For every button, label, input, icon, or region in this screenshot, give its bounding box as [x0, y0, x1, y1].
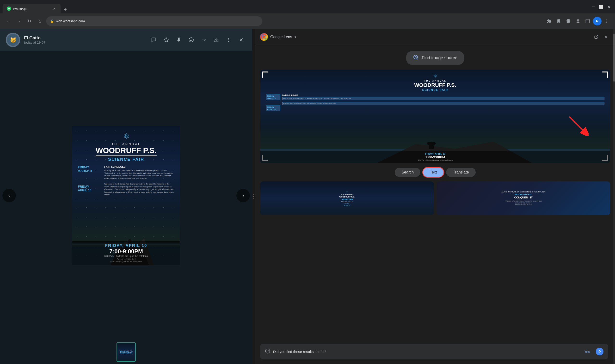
the-annual-text: THE ANNUAL	[111, 142, 141, 146]
svg-point-4	[606, 21, 607, 21]
text-tab[interactable]: Text	[422, 167, 444, 178]
scrollbar[interactable]	[613, 29, 615, 364]
preview-dates: FRIDAYMARCH 8 FRIDAYAPRIL 10	[266, 94, 280, 111]
menu-icon[interactable]	[602, 17, 611, 26]
divider-dot	[253, 194, 254, 195]
lens-corner-tl	[262, 72, 268, 78]
active-tab[interactable]: WhatsApp ✕	[3, 4, 61, 13]
sidebar-icon[interactable]	[583, 17, 592, 26]
shields-icon[interactable]	[564, 17, 573, 26]
result-card-1-image: ⚛ THE ANNUALWOODRUFF P.S. SCIENCE FAIR F…	[260, 182, 434, 215]
svg-point-35	[415, 56, 416, 58]
result-2-content: ALANS INSTITUTE OF ENGINEERING & TECHNOL…	[501, 191, 545, 206]
google-account-icon[interactable]: G	[596, 348, 603, 355]
message-timestamp: today at 19:07	[24, 40, 145, 44]
search-tab[interactable]: Search	[395, 168, 420, 177]
close-viewer-icon[interactable]	[236, 35, 246, 45]
new-tab-button[interactable]: +	[61, 6, 69, 13]
feedback-question-icon	[265, 348, 270, 355]
find-image-source-button[interactable]: Find image source	[406, 51, 464, 65]
preview-annual: THE ANNUAL	[424, 79, 446, 82]
thumbnail-preview: WOODRUFF P.S.SCIENCE FAIR	[117, 343, 135, 361]
poster-bottom-section: FRIDAY, APRIL 10 7:00-9:00PM 6:30PM - St…	[72, 241, 180, 265]
emoji-icon[interactable]	[186, 35, 196, 45]
download-icon[interactable]	[574, 17, 582, 26]
tab-close-btn[interactable]: ✕	[52, 6, 57, 11]
thumbnail-strip: WOODRUFF P.S.SCIENCE FAIR	[0, 340, 252, 364]
lens-results: ⚛ THE ANNUALWOODRUFF P.S. SCIENCE FAIR F…	[260, 182, 610, 215]
preview-fs-title: FAIR SCHEDULE	[282, 94, 604, 96]
main-time-text: 7:00-9:00PM	[76, 248, 176, 255]
panel-divider[interactable]	[252, 29, 255, 364]
forward-button[interactable]: →	[14, 17, 23, 26]
svg-point-13	[228, 38, 229, 39]
lock-icon: 🔒	[50, 19, 54, 23]
feedback-yes-button[interactable]: Yes	[581, 348, 593, 355]
previous-image-button[interactable]: ‹	[2, 189, 16, 202]
poster-background: ⚛ THE ANNUAL WOODRUFF P.S. SCIENCE FAIR …	[72, 126, 180, 265]
schedule-section: FRIDAYMARCH 8 FRIDAYAPRIL 10 FAIR SCHEDU…	[77, 165, 175, 196]
share-icon[interactable]	[198, 35, 209, 45]
message-header-info: El Gatto today at 19:07	[24, 36, 145, 44]
atom-icon: ⚛	[123, 132, 130, 141]
preview-march-box: FRIDAYMARCH 8	[266, 94, 280, 100]
back-button[interactable]: ←	[4, 17, 13, 26]
schedule-details: FAIR SCHEDULE All entry forms must be em…	[104, 165, 174, 196]
download-image-icon[interactable]	[211, 35, 221, 45]
find-image-source-label: Find image source	[422, 55, 457, 61]
reload-button[interactable]: ↻	[25, 17, 34, 26]
bookmark-icon[interactable]	[554, 17, 563, 26]
fair-schedule-title: FAIR SCHEDULE	[104, 165, 174, 168]
star-icon[interactable]	[161, 35, 172, 45]
feedback-question-text: Did you find these results useful?	[273, 350, 578, 354]
april-description: Welcome to the Science Fair! Come learn …	[104, 182, 174, 196]
svg-rect-1	[586, 19, 589, 23]
pin-icon[interactable]	[173, 35, 184, 45]
lens-close-icon[interactable]	[601, 33, 610, 41]
next-image-button[interactable]: ›	[236, 189, 250, 202]
lens-title: Google Lens	[270, 35, 292, 39]
preview-bottom: FRIDAY, APRIL 10 7:00-9:00PM 6:30PM - St…	[260, 151, 610, 163]
extensions-icon[interactable]	[545, 17, 553, 26]
scrollbar-thumb[interactable]	[613, 34, 615, 82]
main-content: 🐱 El Gatto today at 19:07	[0, 29, 615, 364]
more-options-icon[interactable]	[223, 35, 234, 45]
dates-column: FRIDAYMARCH 8 FRIDAYAPRIL 10	[78, 165, 102, 196]
svg-point-14	[228, 39, 229, 40]
url-text: web.whatsapp.com	[56, 19, 259, 23]
preview-schedule-row: FRIDAYMARCH 8 FRIDAYAPRIL 10 FAIR SCHEDU…	[265, 94, 605, 111]
divider-dot	[253, 196, 254, 197]
translate-tab[interactable]: Translate	[446, 168, 475, 177]
april-date: FRIDAYAPRIL 10	[78, 185, 102, 192]
cafeteria-text: 6:30PM - Students set up in the cafeteri…	[76, 255, 176, 258]
lens-open-external-icon[interactable]	[592, 33, 601, 41]
result-card-1[interactable]: ⚛ THE ANNUALWOODRUFF P.S. SCIENCE FAIR F…	[260, 182, 434, 215]
preview-march-desc-box: All entry forms must be emailed to scien…	[282, 97, 604, 100]
preview-woodruff: WOODRUFF P.S.	[414, 82, 456, 88]
preview-desc-boxes: FAIR SCHEDULE All entry forms must be em…	[282, 94, 604, 111]
avatar: 🐱	[6, 33, 20, 47]
google-lens-panel: Google Lens ▾ Find image source	[255, 29, 615, 364]
svg-point-38	[427, 142, 436, 145]
svg-line-30	[596, 35, 598, 37]
find-image-icon	[413, 54, 419, 61]
preview-march-text: All entry forms must be emailed to scien…	[283, 98, 603, 100]
svg-point-15	[228, 41, 229, 42]
window-close-button[interactable]: ✕	[605, 3, 612, 10]
svg-point-9	[189, 38, 193, 42]
maximize-button[interactable]: ⬜	[598, 3, 604, 10]
address-bar[interactable]: 🔒 web.whatsapp.com	[46, 16, 262, 26]
thumbnail-item[interactable]: WOODRUFF P.S.SCIENCE FAIR	[117, 342, 136, 362]
result-card-2[interactable]: ALANS INSTITUTE OF ENGINEERING & TECHNOL…	[437, 182, 610, 215]
preview-atom-icon: ⚛	[433, 73, 437, 79]
minimize-button[interactable]: ─	[590, 3, 597, 10]
lens-header: Google Lens ▾	[255, 29, 615, 45]
profile-button[interactable]: R	[593, 17, 601, 26]
home-button[interactable]: ⌂	[36, 17, 44, 26]
message-icon[interactable]	[149, 35, 159, 45]
preview-april-text: Welcome to the Science Fair! Come learn …	[283, 103, 603, 104]
science-fair-text: SCIENCE FAIR	[108, 157, 144, 162]
lens-dropdown-arrow[interactable]: ▾	[295, 35, 296, 39]
svg-rect-39	[429, 145, 434, 149]
lens-header-actions	[592, 33, 610, 41]
